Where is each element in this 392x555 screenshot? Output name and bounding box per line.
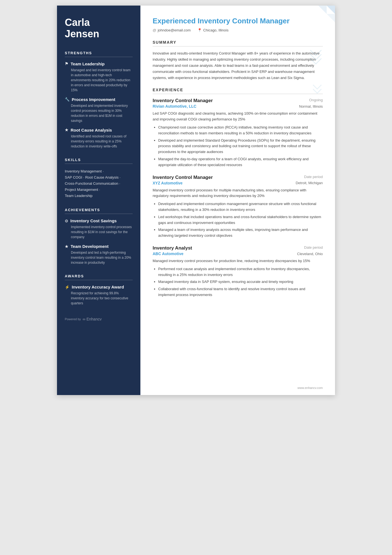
- star-icon-strength: ★: [65, 128, 68, 132]
- strength-desc-process-improvement: Developed and implemented inventory cont…: [65, 103, 133, 123]
- strength-title-team-leadership: ⚑ Team Leadership: [65, 61, 133, 66]
- location-icon: 📍: [197, 28, 202, 32]
- exp-location-xyz: Detroit, Michigan: [296, 181, 323, 185]
- skill-item-sap: SAP COGI · Root Cause Analysis ·: [65, 174, 133, 181]
- candidate-name: CarlaJensen: [65, 17, 133, 40]
- awards-title: AWARDS: [65, 274, 133, 280]
- exp-subheader-rivian: Rivian Automotive, LLC Normal, Illinois: [153, 104, 323, 108]
- exp-role-xyz: Inventory Control Manager: [153, 175, 213, 180]
- experience-item-abc: Inventory Analyst Date period ABC Automo…: [153, 245, 323, 298]
- strength-item-team-leadership: ⚑ Team Leadership Managed and led invent…: [65, 61, 133, 93]
- bullet-item: Managed a team of inventory analysts acr…: [158, 227, 323, 239]
- skill-item-inventory: Inventory Management ·: [65, 168, 133, 174]
- lightning-icon: ⚡: [65, 285, 70, 289]
- experience-section-title: EXPERIENCE: [153, 88, 323, 94]
- exp-company-abc: ABC Automotive: [153, 251, 183, 256]
- award-inventory-accuracy: ⚡ Inventory Accuracy Award Recognized fo…: [65, 285, 133, 306]
- exp-date-abc: Date period: [304, 245, 323, 250]
- footer-website: www.enhancv.com: [297, 386, 323, 389]
- achievement-team-dev: ★ Team Development Developed and led a h…: [65, 244, 133, 265]
- experience-section: EXPERIENCE Inventory Control Manager Ong…: [153, 88, 323, 298]
- bullet-item: Developed and implemented Standard Opera…: [158, 138, 323, 155]
- chevron-decoration-2: [312, 83, 323, 95]
- strength-title-root-cause: ★ Root Cause Analysis: [65, 128, 133, 132]
- star-icon-achievement: ★: [65, 244, 68, 249]
- achievement-desc-team-dev: Developed and led a high-performing inve…: [65, 250, 133, 265]
- exp-subheader-xyz: XYZ Automotive Detroit, Michigan: [153, 181, 323, 185]
- contact-line: @ johndoe@email.com 📍 Chicago, Illinois: [153, 28, 323, 32]
- exp-header-rivian: Inventory Control Manager Ongoing: [153, 98, 323, 103]
- exp-bullets-xyz: Developed and implemented consumption ma…: [153, 201, 323, 239]
- flag-icon: ⚑: [65, 61, 68, 66]
- achievements-title: ACHIEVEMENTS: [65, 208, 133, 214]
- main-content: Experienced Inventory Control Manager @ …: [140, 6, 335, 395]
- skills-list: Inventory Management · SAP COGI · Root C…: [65, 168, 133, 199]
- exp-location-abc: Cleveland, Ohio: [297, 252, 323, 256]
- award-desc-inventory-accuracy: Recognized for achieving 99.8% inventory…: [65, 291, 133, 306]
- summary-section: SUMMARY Innovative and results-oriented …: [153, 40, 323, 81]
- enhancv-logo: ∞ Enhancv: [83, 317, 101, 321]
- achievement-cost-savings: ⊙ Inventory Cost Savings Implemented inv…: [65, 218, 133, 240]
- powered-by-label: Powered by: [65, 317, 81, 321]
- exp-role-rivian: Inventory Control Manager: [153, 98, 213, 103]
- exp-bullets-rivian: Championed root cause corrective action …: [153, 125, 323, 168]
- exp-role-abc: Inventory Analyst: [153, 245, 192, 251]
- svg-marker-1: [318, 6, 327, 14]
- powered-by: Powered by ∞ Enhancv: [65, 317, 133, 321]
- skills-title: SKILLS: [65, 158, 133, 164]
- bullet-item: Performed root cause analysis and implem…: [158, 266, 323, 278]
- bullet-item: Championed root cause corrective action …: [158, 125, 323, 136]
- strength-item-process-improvement: 🔧 Process Improvement Developed and impl…: [65, 97, 133, 123]
- achievement-title-cost-savings: ⊙ Inventory Cost Savings: [65, 218, 133, 223]
- bullet-item: Developed and implemented consumption ma…: [158, 201, 323, 213]
- email-value: johndoe@email.com: [158, 28, 191, 32]
- exp-company-rivian: Rivian Automotive, LLC: [153, 104, 196, 108]
- skill-item-comm: Cross-Functional Communication ·: [65, 181, 133, 187]
- svg-marker-0: [327, 6, 335, 14]
- main-header: Experienced Inventory Control Manager @ …: [153, 17, 323, 32]
- chevron-decoration-1: [309, 49, 323, 65]
- bullet-item: Collaborated with cross-functional teams…: [158, 286, 323, 298]
- awards-section: AWARDS ⚡ Inventory Accuracy Award Recogn…: [65, 274, 133, 306]
- achievements-section: ACHIEVEMENTS ⊙ Inventory Cost Savings Im…: [65, 208, 133, 265]
- exp-location-rivian: Normal, Illinois: [299, 104, 323, 108]
- sidebar: CarlaJensen STRENGTHS ⚑ Team Leadership …: [57, 6, 140, 395]
- strengths-title: STRENGTHS: [65, 51, 133, 57]
- exp-company-xyz: XYZ Automotive: [153, 181, 183, 185]
- exp-bullets-abc: Performed root cause analysis and implem…: [153, 266, 323, 298]
- strengths-section: STRENGTHS ⚑ Team Leadership Managed and …: [65, 51, 133, 149]
- location-value: Chicago, Illinois: [203, 28, 229, 32]
- email-icon: @: [153, 28, 156, 32]
- strength-desc-root-cause: Identified and resolved root causes of i…: [65, 134, 133, 149]
- email-contact: @ johndoe@email.com: [153, 28, 191, 32]
- bullet-item: Managed inventory data in SAP ERP system…: [158, 279, 323, 285]
- wrench-icon: 🔧: [65, 97, 70, 102]
- exp-summary-abc: Managed inventory control processes for …: [153, 258, 323, 264]
- exp-summary-xyz: Managed inventory control processes for …: [153, 188, 323, 199]
- bullet-item: Led workshops that included operations t…: [158, 214, 323, 226]
- exp-date-rivian: Ongoing: [309, 98, 323, 102]
- svg-marker-2: [327, 14, 335, 22]
- strength-item-root-cause: ★ Root Cause Analysis Identified and res…: [65, 128, 133, 149]
- job-title: Experienced Inventory Control Manager: [153, 17, 323, 25]
- location-contact: 📍 Chicago, Illinois: [197, 28, 229, 32]
- exp-header-abc: Inventory Analyst Date period: [153, 245, 323, 251]
- summary-text: Innovative and results-oriented Inventor…: [153, 50, 323, 81]
- strength-desc-team-leadership: Managed and led inventory control team i…: [65, 68, 133, 93]
- skill-item-project: Project Management ·: [65, 187, 133, 193]
- exp-date-xyz: Date period: [304, 175, 323, 179]
- savings-icon: ⊙: [65, 219, 68, 223]
- summary-section-title: SUMMARY: [153, 40, 323, 46]
- exp-header-xyz: Inventory Control Manager Date period: [153, 175, 323, 180]
- strength-title-process-improvement: 🔧 Process Improvement: [65, 97, 133, 102]
- achievement-desc-cost-savings: Implemented inventory control processes …: [65, 225, 133, 240]
- skills-section: SKILLS Inventory Management · SAP COGI ·…: [65, 158, 133, 199]
- resume-container: CarlaJensen STRENGTHS ⚑ Team Leadership …: [57, 6, 335, 395]
- achievement-title-team-dev: ★ Team Development: [65, 244, 133, 249]
- bullet-item: Managed the day-to-day operations for a …: [158, 156, 323, 168]
- skill-item-team: Team Leadership: [65, 193, 133, 199]
- experience-item-xyz: Inventory Control Manager Date period XY…: [153, 175, 323, 239]
- name-block: CarlaJensen: [65, 17, 133, 40]
- experience-item-rivian: Inventory Control Manager Ongoing Rivian…: [153, 98, 323, 168]
- award-title-inventory-accuracy: ⚡ Inventory Accuracy Award: [65, 285, 133, 289]
